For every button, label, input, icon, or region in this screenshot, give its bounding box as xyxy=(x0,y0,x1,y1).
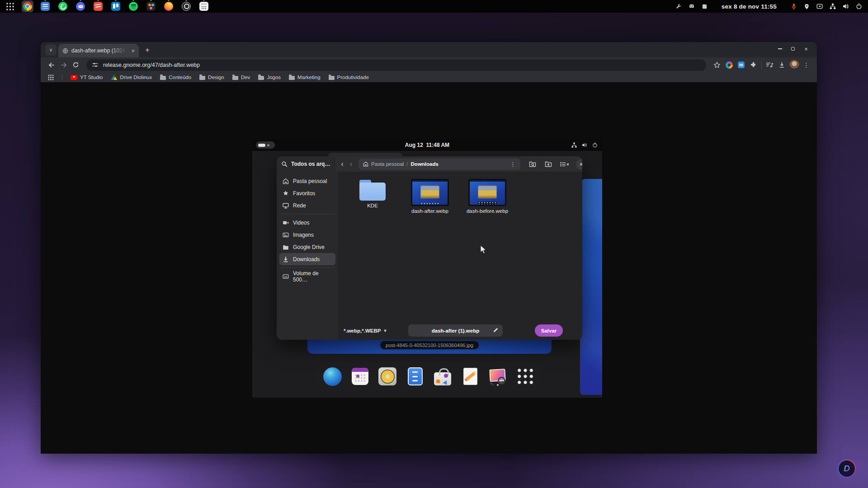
network-icon[interactable] xyxy=(830,3,836,9)
power-icon[interactable] xyxy=(592,142,598,148)
profile-avatar-button[interactable] xyxy=(788,59,800,71)
browser-menu-button[interactable]: ⋮ xyxy=(800,59,812,71)
edit-pencil-icon[interactable] xyxy=(493,327,499,333)
dock-calendar-button[interactable] xyxy=(349,366,370,387)
chrome-app-button[interactable] xyxy=(22,0,33,12)
nav-back-button[interactable]: ‹ xyxy=(339,160,345,168)
dock-music-button[interactable] xyxy=(377,366,398,387)
save-button[interactable]: Salvar xyxy=(535,324,563,337)
site-info-icon[interactable] xyxy=(92,61,99,68)
sidebar-item-favoritos[interactable]: Favoritos xyxy=(279,187,335,199)
bookmarks-divider xyxy=(62,75,62,80)
breadcrumb-menu-button[interactable]: ⋮ xyxy=(510,161,516,168)
bookmark-folder-marketing[interactable]: Marketing xyxy=(289,75,321,80)
dialog-bottom-bar: *.webp,*.WEBP▾ dash-after (1).webp Salva… xyxy=(338,324,582,337)
file-item-kde[interactable]: KDE xyxy=(351,179,394,208)
reload-button[interactable] xyxy=(70,59,82,71)
davinci-resolve-app-button[interactable] xyxy=(146,2,156,11)
folder-icon xyxy=(232,76,238,80)
extensions-puzzle-button[interactable] xyxy=(747,59,760,71)
spotify-app-button[interactable] xyxy=(129,2,138,11)
obs-app-button[interactable] xyxy=(182,2,191,11)
microphone-icon[interactable] xyxy=(791,3,797,9)
file-type-filter-dropdown[interactable]: *.webp,*.WEBP▾ xyxy=(344,324,386,337)
back-button[interactable] xyxy=(45,59,57,71)
sidebar-item-videos[interactable]: Videos xyxy=(279,216,335,229)
bookmark-folder-conteudo[interactable]: Conteúdo xyxy=(160,75,191,80)
extension-mastodon-button[interactable]: m xyxy=(735,59,747,71)
bookmark-folder-design[interactable]: Design xyxy=(199,75,224,80)
maximize-button[interactable] xyxy=(790,46,796,52)
image-thumbnail xyxy=(411,179,449,206)
discord-app-button[interactable] xyxy=(76,2,85,11)
breadcrumb-current[interactable]: Downloads xyxy=(411,161,439,167)
volume-icon[interactable] xyxy=(582,142,587,148)
dialog-close-button[interactable]: × xyxy=(576,159,582,169)
network-icon[interactable] xyxy=(571,142,577,148)
app-grid-button[interactable] xyxy=(6,2,14,11)
todoist-app-button[interactable] xyxy=(94,2,103,11)
notes-icon xyxy=(41,2,50,11)
spotify-icon xyxy=(129,2,138,11)
bookmark-yt-studio[interactable]: YT Studio xyxy=(71,75,103,80)
notes-app-button[interactable] xyxy=(41,2,50,11)
firefox-app-button[interactable] xyxy=(164,2,173,11)
sidebar-item-pasta-pessoal[interactable]: Pasta pessoal xyxy=(279,175,335,187)
new-folder-button[interactable] xyxy=(543,159,554,169)
toolbar-divider xyxy=(761,61,762,69)
bookmark-folder-dev[interactable]: Dev xyxy=(232,75,250,80)
sidebar-item-volume[interactable]: Volume de 500… xyxy=(279,270,335,282)
bookmark-drive-diolinux[interactable]: Drive Diolinux xyxy=(111,75,152,80)
tab-search-button[interactable]: ∨ xyxy=(45,44,57,56)
dock-text-editor-button[interactable] xyxy=(460,366,481,387)
media-controls-button[interactable] xyxy=(764,59,776,71)
tab-close-button[interactable]: × xyxy=(131,48,135,54)
extension-colorwheel-button[interactable] xyxy=(723,59,735,71)
sidebar-item-rede[interactable]: Rede xyxy=(279,199,335,211)
tray-discord-icon[interactable] xyxy=(689,3,695,9)
power-icon[interactable] xyxy=(856,3,862,9)
file-item-dash-after[interactable]: dash-after.webp xyxy=(408,179,452,214)
location-icon[interactable] xyxy=(804,4,810,9)
browser-tab[interactable]: dash-after.webp (1024×7 × xyxy=(58,44,139,57)
tray-window-icon[interactable] xyxy=(702,4,708,9)
close-window-button[interactable]: × xyxy=(803,46,809,52)
trello-app-button[interactable] xyxy=(111,2,120,11)
whatsapp-app-button[interactable] xyxy=(58,2,67,11)
bookmark-folder-produtividade[interactable]: Produtividade xyxy=(329,75,369,80)
new-tab-button[interactable]: + xyxy=(142,44,153,56)
bookmarks-apps-grid-icon[interactable] xyxy=(48,75,54,80)
search-folder-button[interactable] xyxy=(527,159,538,169)
url-bar[interactable]: release.gnome.org/47/dash-after.webp xyxy=(86,59,706,71)
dock-app-grid-button[interactable] xyxy=(515,366,536,387)
home-icon xyxy=(283,178,289,184)
bookmarks-bar: YT Studio Drive Diolinux Conteúdo Design… xyxy=(41,72,817,82)
shot-clock[interactable]: Aug 12 11:48 AM xyxy=(252,142,602,148)
filename-input[interactable]: dash-after (1).webp xyxy=(408,324,503,337)
bookmark-folder-jogos[interactable]: Jogos xyxy=(258,75,281,80)
whatsapp-icon xyxy=(58,2,67,11)
forward-button[interactable] xyxy=(57,59,70,71)
tray-tool-icon[interactable] xyxy=(675,3,682,9)
volume-icon[interactable] xyxy=(843,3,849,9)
downloads-button[interactable] xyxy=(776,59,788,71)
dock-web-button[interactable] xyxy=(322,366,343,387)
home-icon xyxy=(363,161,368,167)
view-mode-button[interactable]: ▾ xyxy=(559,159,570,169)
screen-cast-icon[interactable] xyxy=(816,3,823,9)
file-item-dash-before[interactable]: dash-before.webp xyxy=(466,179,509,214)
nav-forward-button[interactable]: › xyxy=(348,160,354,168)
sidebar-item-imagens[interactable]: Imagens xyxy=(279,229,335,241)
sidebar-item-downloads[interactable]: Downloads xyxy=(279,253,335,265)
dock-files-button[interactable] xyxy=(405,366,425,387)
system-clock[interactable]: sex 8 de nov 11:55 xyxy=(722,3,777,10)
bookmark-star-button[interactable] xyxy=(711,59,723,71)
breadcrumb-parent[interactable]: Pasta pessoal xyxy=(371,161,404,167)
minimize-button[interactable] xyxy=(777,46,783,52)
sidebar-item-google-drive[interactable]: Google Drive xyxy=(279,241,335,253)
dock-software-button[interactable] xyxy=(432,366,453,387)
search-icon[interactable] xyxy=(281,161,288,167)
dock-image-viewer-button[interactable] xyxy=(487,366,508,387)
breadcrumb[interactable]: Pasta pessoal / Downloads ⋮ xyxy=(359,159,520,170)
calculator-app-button[interactable] xyxy=(199,2,208,11)
